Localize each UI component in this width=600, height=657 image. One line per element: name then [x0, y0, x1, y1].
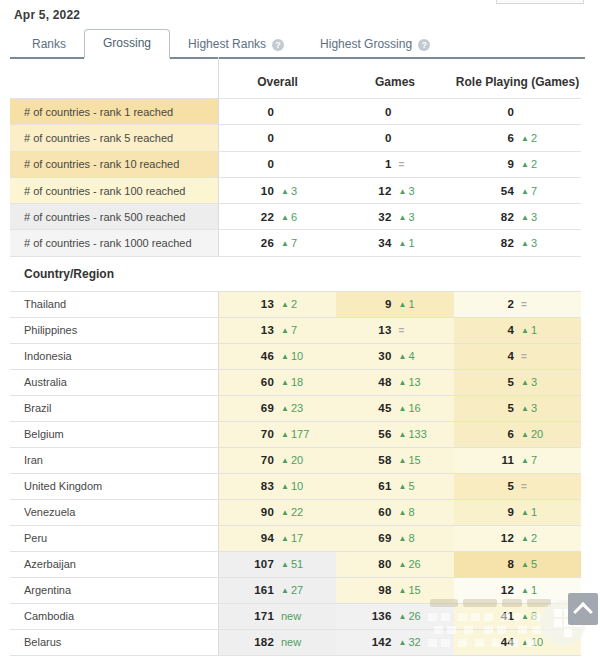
- rank-change: ▲10: [274, 350, 336, 362]
- stat-cell: 70▲20: [218, 448, 336, 473]
- rank-number: 98: [336, 584, 392, 596]
- rank-change: ▲2: [514, 532, 581, 544]
- up-triangle-icon: ▲: [521, 456, 529, 465]
- rank-number: 142: [336, 636, 392, 648]
- rank-number: 46: [219, 350, 274, 362]
- rank-number: 22: [219, 211, 274, 223]
- rank-number: 13: [219, 298, 274, 310]
- summary-row: # of countries - rank 1 reached000: [10, 99, 581, 125]
- tab-ranks[interactable]: Ranks: [14, 32, 84, 57]
- up-triangle-icon: ▲: [399, 638, 407, 647]
- up-triangle-icon: ▲: [399, 300, 407, 309]
- country-name: Azerbaijan: [10, 552, 218, 577]
- country-name: Australia: [10, 370, 218, 395]
- rank-change: ▲1: [514, 324, 581, 336]
- rank-number: 32: [336, 211, 392, 223]
- rank-value: 58▲15: [336, 454, 454, 466]
- rank-value: 2=: [454, 298, 581, 310]
- up-triangle-icon: ▲: [281, 560, 289, 569]
- up-triangle-icon: ▲: [399, 482, 407, 491]
- up-triangle-icon: ▲: [399, 352, 407, 361]
- rank-change: ▲16: [392, 402, 455, 414]
- country-name: Belgium: [10, 422, 218, 447]
- rank-number: 30: [336, 350, 392, 362]
- rank-number: 161: [219, 584, 274, 596]
- table-header-row: OverallGamesRole Playing (Games): [10, 57, 581, 99]
- country-row: Thailand13▲29▲12=: [10, 292, 581, 318]
- stat-cell: 32▲3: [336, 204, 454, 229]
- rank-change: ▲2: [514, 132, 581, 144]
- up-triangle-icon: ▲: [281, 404, 289, 413]
- stat-cell: 9▲1: [454, 500, 581, 525]
- rank-change: ▲177: [274, 428, 336, 440]
- rank-change: ▲26: [392, 558, 455, 570]
- stat-cell: 12▲1: [454, 578, 581, 603]
- rank-change: =: [514, 351, 581, 362]
- rank-number: 70: [219, 428, 274, 440]
- rank-change: ▲1: [392, 237, 455, 249]
- rank-value: 30▲4: [336, 350, 454, 362]
- up-triangle-icon: ▲: [521, 378, 529, 387]
- stat-cell: 5▲3: [454, 370, 581, 395]
- country-name: Philippines: [10, 318, 218, 343]
- question-mark-icon[interactable]: ?: [272, 39, 284, 51]
- rank-number: 4: [454, 350, 514, 362]
- stat-cell: 26▲7: [218, 230, 336, 255]
- country-row: United Kingdom83▲1061▲55=: [10, 474, 581, 500]
- scroll-top-button[interactable]: [568, 593, 598, 625]
- stat-cell: 0: [218, 152, 336, 177]
- rank-number: 12: [336, 185, 392, 197]
- rank-value: 60▲18: [219, 376, 336, 388]
- tab-label: Grossing: [103, 31, 151, 56]
- rank-value: 70▲20: [219, 454, 336, 466]
- rank-change: ▲7: [514, 185, 581, 197]
- up-triangle-icon: ▲: [399, 456, 407, 465]
- stat-cell: 142▲32: [336, 630, 454, 655]
- rank-number: 54: [454, 185, 514, 197]
- rank-value: 54▲7: [454, 185, 581, 197]
- rank-number: 2: [454, 298, 514, 310]
- stat-cell: 58▲15: [336, 448, 454, 473]
- rank-change: ▲10: [514, 636, 581, 648]
- stat-cell: 82▲3: [454, 230, 581, 255]
- stat-cell: 4▲1: [454, 318, 581, 343]
- stat-cell: 69▲8: [336, 526, 454, 551]
- rank-change: ▲13: [392, 376, 455, 388]
- rank-number: 0: [454, 106, 514, 118]
- tab-highest-ranks[interactable]: Highest Ranks?: [170, 32, 302, 57]
- up-triangle-icon: ▲: [399, 213, 407, 222]
- country-name: Thailand: [10, 292, 218, 317]
- rank-change: ▲4: [392, 350, 455, 362]
- country-row: Indonesia46▲1030▲44=: [10, 344, 581, 370]
- column-header: Games: [336, 57, 454, 98]
- tab-label: Ranks: [32, 32, 66, 57]
- rank-number: 45: [336, 402, 392, 414]
- rank-value: 90▲22: [219, 506, 336, 518]
- rank-value: 0: [219, 132, 336, 144]
- country-name: Venezuela: [10, 500, 218, 525]
- rank-value: 136▲26: [336, 610, 454, 622]
- country-name: Cambodia: [10, 604, 218, 629]
- stat-cell: 182new: [218, 630, 336, 655]
- rank-number: 94: [219, 532, 274, 544]
- rank-number: 70: [219, 454, 274, 466]
- tab-grossing[interactable]: Grossing: [84, 29, 170, 59]
- rank-number: 9: [454, 158, 514, 170]
- rank-value: 6▲2: [454, 132, 581, 144]
- rank-number: 5: [454, 480, 514, 492]
- rank-change: ▲6: [274, 211, 336, 223]
- rank-change: ▲3: [514, 211, 581, 223]
- country-row: Belgium70▲17756▲1336▲20: [10, 422, 581, 448]
- rank-value: 60▲8: [336, 506, 454, 518]
- rank-number: 0: [219, 132, 274, 144]
- stat-cell: 90▲22: [218, 500, 336, 525]
- stat-cell: 70▲177: [218, 422, 336, 447]
- rank-value: 82▲3: [454, 237, 581, 249]
- stat-cell: 44▲10: [454, 630, 581, 655]
- tab-highest-grossing[interactable]: Highest Grossing?: [302, 32, 448, 57]
- stat-cell: 69▲23: [218, 396, 336, 421]
- rank-value: 83▲10: [219, 480, 336, 492]
- stat-cell: 83▲10: [218, 474, 336, 499]
- question-mark-icon[interactable]: ?: [418, 39, 430, 51]
- rank-value: 182new: [219, 636, 336, 648]
